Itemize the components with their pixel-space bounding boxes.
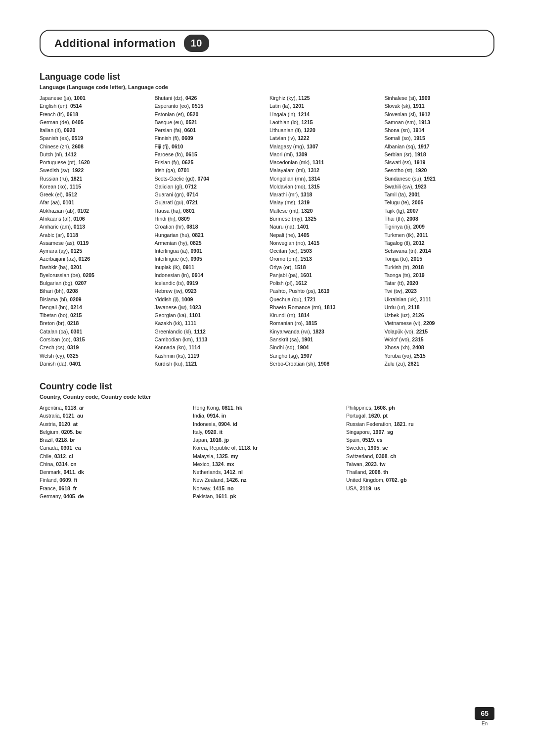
list-item: USA, 2119. us: [346, 484, 494, 492]
list-item: Esperanto (eo), 0515: [155, 102, 265, 110]
list-item: Fiji (fj), 0610: [155, 142, 265, 150]
page-number: 65: [475, 707, 494, 720]
list-item: Chinese (zh), 2608: [40, 142, 150, 150]
page-number-box: 65 En: [475, 707, 494, 726]
list-item: Romanian (ro), 1815: [269, 319, 380, 327]
list-item: Nauru (na), 1401: [269, 223, 380, 231]
list-item: Sinhalese (si), 1909: [385, 94, 495, 102]
list-item: Maori (mi), 1309: [269, 150, 380, 158]
list-item: Arabic (ar), 0118: [40, 231, 150, 239]
list-item: Hungarian (hu), 0821: [155, 231, 265, 239]
list-item: Macedonian (mk), 1311: [269, 158, 380, 166]
list-item: Switzerland, 0308. ch: [346, 452, 494, 460]
list-item: Kinyarwanda (rw), 1823: [269, 328, 380, 335]
page-header: Additional information 10: [40, 30, 494, 57]
list-item: Somali (so), 1915: [385, 134, 495, 142]
list-item: Ukrainian (uk), 2111: [385, 295, 495, 303]
list-item: New Zealand, 1426. nz: [193, 476, 341, 484]
list-item: Serbian (sr), 1918: [385, 150, 495, 158]
list-item: Canada, 0301. ca: [40, 444, 188, 452]
list-item: Albanian (sq), 1917: [385, 142, 495, 150]
list-item: Bihari (bh), 0208: [40, 287, 150, 295]
list-item: Croatian (hr), 0818: [155, 223, 265, 231]
list-item: Gujarati (gu), 0721: [155, 198, 265, 206]
section-title-box: Additional information 10: [40, 30, 494, 57]
list-item: Danish (da), 0401: [40, 360, 150, 368]
list-item: Hebrew (iw), 0923: [155, 287, 265, 295]
list-item: France, 0618. fr: [40, 484, 188, 492]
list-item: Slovenian (sl), 1912: [385, 110, 495, 118]
list-item: Catalan (ca), 0301: [40, 328, 150, 335]
list-item: Brazil, 0218. br: [40, 436, 188, 444]
list-item: Basque (eu), 0521: [155, 118, 265, 126]
list-item: Zulu (zu), 2621: [385, 360, 495, 368]
list-item: English (en), 0514: [40, 102, 150, 110]
list-item: Armenian (hy), 0825: [155, 239, 265, 247]
list-item: Belgium, 0205. be: [40, 428, 188, 436]
list-item: Telugu (te), 2005: [385, 198, 495, 206]
country-columns: Argentina, 0118. arAustralia, 0121. auAu…: [40, 404, 494, 500]
list-item: Spain, 0519. es: [346, 436, 494, 444]
list-item: Kirundi (rn), 1814: [269, 311, 380, 319]
list-item: Swahili (sw), 1923: [385, 183, 495, 190]
list-item: Slovak (sk), 1911: [385, 102, 495, 110]
list-item: Urdu (ur), 2118: [385, 303, 495, 311]
list-item: Yiddish (ji), 1009: [155, 295, 265, 303]
list-item: Greek (el), 0512: [40, 190, 150, 198]
list-item: Sanskrit (sa), 1901: [269, 335, 380, 343]
list-item: Portugal, 1620. pt: [346, 412, 494, 420]
list-item: Azerbaijani (az), 0126: [40, 255, 150, 263]
language-section: Language code list Language (Language co…: [40, 72, 494, 368]
section-number: 10: [184, 35, 209, 52]
list-item: Interlingua (ia), 0901: [155, 247, 265, 255]
list-item: Taiwan, 2023. tw: [346, 460, 494, 468]
list-item: Mexico, 1324. mx: [193, 460, 341, 468]
list-item: Kashmiri (ks), 1119: [155, 352, 265, 360]
list-item: Hong Kong, 0811. hk: [193, 404, 341, 412]
list-item: Portuguese (pt), 1620: [40, 158, 150, 166]
list-item: Assamese (as), 0119: [40, 239, 150, 247]
list-item: Czech (cs), 0319: [40, 343, 150, 351]
language-column-3: Sinhalese (si), 1909Slovak (sk), 1911Slo…: [385, 94, 495, 368]
list-item: Australia, 0121. au: [40, 412, 188, 420]
list-item: Sindhi (sd), 1904: [269, 343, 380, 351]
list-item: Samoan (sm), 1913: [385, 118, 495, 126]
list-item: Setswana (tn), 2014: [385, 247, 495, 255]
list-item: Sesotho (st), 1920: [385, 166, 495, 174]
list-item: Italian (it), 0920: [40, 126, 150, 134]
list-item: Japan, 1016. jp: [193, 436, 341, 444]
list-item: Netherlands, 1412. nl: [193, 468, 341, 476]
list-item: Nepali (ne), 1405: [269, 231, 380, 239]
list-item: Welsh (cy), 0325: [40, 352, 150, 360]
list-item: Chile, 0312. cl: [40, 452, 188, 460]
list-item: Tonga (to), 2015: [385, 255, 495, 263]
language-column-0: Japanese (ja), 1001English (en), 0514Fre…: [40, 94, 150, 368]
list-item: Sangho (sg), 1907: [269, 352, 380, 360]
list-item: Bashkir (ba), 0201: [40, 263, 150, 271]
list-item: Latin (la), 1201: [269, 102, 380, 110]
list-item: Shona (sn), 1914: [385, 126, 495, 134]
list-item: Breton (br), 0218: [40, 319, 150, 327]
list-item: Siswati (ss), 1919: [385, 158, 495, 166]
list-item: Byelorussian (be), 0205: [40, 271, 150, 279]
list-item: Russian Federation, 1821. ru: [346, 420, 494, 428]
list-item: Sweden, 1905. se: [346, 444, 494, 452]
list-item: Cambodian (km), 1113: [155, 335, 265, 343]
list-item: Twi (tw), 2023: [385, 287, 495, 295]
list-item: Philippines, 1608. ph: [346, 404, 494, 412]
country-subtitle-bold1: Country,: [40, 394, 63, 400]
list-item: Malaysia, 1325. my: [193, 452, 341, 460]
list-item: Korea, Republic of, 1118. kr: [193, 444, 341, 452]
list-item: Norway, 1415. no: [193, 484, 341, 492]
list-item: Estonian (et), 0520: [155, 110, 265, 118]
list-item: Amharic (am), 0113: [40, 223, 150, 231]
subtitle-bold: Language code: [128, 84, 168, 90]
list-item: Italy, 0920. it: [193, 428, 341, 436]
page-lang: En: [482, 721, 488, 726]
list-item: Pakistan, 1611. pk: [193, 492, 341, 500]
list-item: Austria, 0120. at: [40, 420, 188, 428]
list-item: Burmese (my), 1325: [269, 215, 380, 223]
list-item: Interlingue (ie), 0905: [155, 255, 265, 263]
list-item: Quechua (qu), 1721: [269, 295, 380, 303]
list-item: Finnish (fi), 0609: [155, 134, 265, 142]
